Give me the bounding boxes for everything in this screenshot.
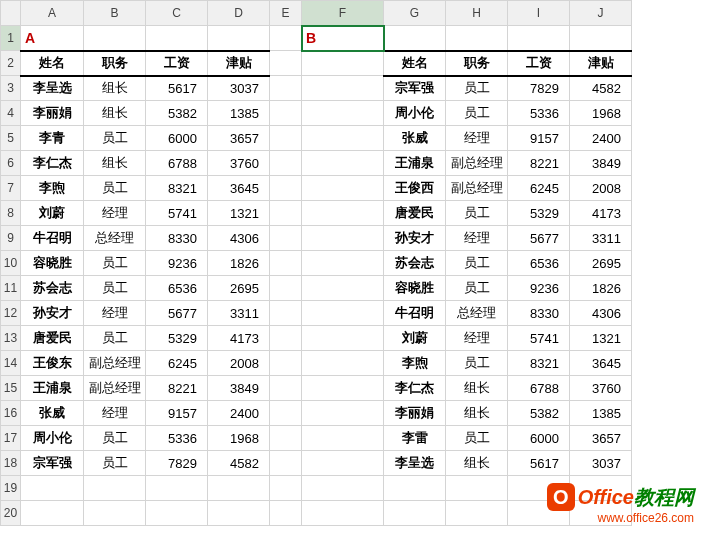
cell-G6[interactable]: 王浦泉 — [384, 151, 446, 176]
cell-H16[interactable]: 组长 — [446, 401, 508, 426]
col-header-H[interactable]: H — [446, 1, 508, 26]
cell-H20[interactable] — [446, 501, 508, 526]
cell-H1[interactable] — [446, 26, 508, 51]
col-header-J[interactable]: J — [570, 1, 632, 26]
cell-E12[interactable] — [270, 301, 302, 326]
cell-E3[interactable] — [270, 76, 302, 101]
row-header[interactable]: 14 — [1, 351, 21, 376]
cell-G15[interactable]: 李仁杰 — [384, 376, 446, 401]
cell-A5[interactable]: 李青 — [21, 126, 84, 151]
cell-H11[interactable]: 员工 — [446, 276, 508, 301]
cell-A17[interactable]: 周小伦 — [21, 426, 84, 451]
cell-B5[interactable]: 员工 — [84, 126, 146, 151]
cell-B14[interactable]: 副总经理 — [84, 351, 146, 376]
cell-J5[interactable]: 2400 — [570, 126, 632, 151]
cell-H18[interactable]: 组长 — [446, 451, 508, 476]
cell-A9[interactable]: 牛召明 — [21, 226, 84, 251]
spreadsheet-grid[interactable]: A B C D E F G H I J 1AB2姓名职务工资津贴姓名职务工资津贴… — [0, 0, 632, 526]
cell-F16[interactable] — [302, 401, 384, 426]
row-header[interactable]: 1 — [1, 26, 21, 51]
cell-B8[interactable]: 经理 — [84, 201, 146, 226]
cell-C1[interactable] — [146, 26, 208, 51]
cell-F10[interactable] — [302, 251, 384, 276]
row-header[interactable]: 10 — [1, 251, 21, 276]
cell-H17[interactable]: 员工 — [446, 426, 508, 451]
cell-E17[interactable] — [270, 426, 302, 451]
cell-C18[interactable]: 7829 — [146, 451, 208, 476]
cell-I11[interactable]: 9236 — [508, 276, 570, 301]
row-header[interactable]: 13 — [1, 326, 21, 351]
cell-G19[interactable] — [384, 476, 446, 501]
cell-G7[interactable]: 王俊西 — [384, 176, 446, 201]
cell-C8[interactable]: 5741 — [146, 201, 208, 226]
cell-J7[interactable]: 2008 — [570, 176, 632, 201]
cell-C4[interactable]: 5382 — [146, 101, 208, 126]
cell-F7[interactable] — [302, 176, 384, 201]
cell-A20[interactable] — [21, 501, 84, 526]
cell-J15[interactable]: 3760 — [570, 376, 632, 401]
cell-F5[interactable] — [302, 126, 384, 151]
cell-C11[interactable]: 6536 — [146, 276, 208, 301]
cell-E14[interactable] — [270, 351, 302, 376]
cell-A15[interactable]: 王浦泉 — [21, 376, 84, 401]
row-header[interactable]: 15 — [1, 376, 21, 401]
cell-G8[interactable]: 唐爱民 — [384, 201, 446, 226]
cell-G20[interactable] — [384, 501, 446, 526]
cell-D17[interactable]: 1968 — [208, 426, 270, 451]
cell-J11[interactable]: 1826 — [570, 276, 632, 301]
cell-C20[interactable] — [146, 501, 208, 526]
cell-B17[interactable]: 员工 — [84, 426, 146, 451]
col-header-E[interactable]: E — [270, 1, 302, 26]
cell-D1[interactable] — [208, 26, 270, 51]
cell-C19[interactable] — [146, 476, 208, 501]
cell-I7[interactable]: 6245 — [508, 176, 570, 201]
cell-E13[interactable] — [270, 326, 302, 351]
cell-I16[interactable]: 5382 — [508, 401, 570, 426]
cell-G11[interactable]: 容晓胜 — [384, 276, 446, 301]
cell-F1[interactable]: B — [302, 26, 384, 51]
cell-C7[interactable]: 8321 — [146, 176, 208, 201]
cell-J4[interactable]: 1968 — [570, 101, 632, 126]
cell-C2[interactable]: 工资 — [146, 51, 208, 76]
cell-A16[interactable]: 张威 — [21, 401, 84, 426]
cell-E15[interactable] — [270, 376, 302, 401]
cell-H19[interactable] — [446, 476, 508, 501]
cell-G2[interactable]: 姓名 — [384, 51, 446, 76]
select-all-corner[interactable] — [1, 1, 21, 26]
col-header-G[interactable]: G — [384, 1, 446, 26]
cell-A1[interactable]: A — [21, 26, 84, 51]
cell-H2[interactable]: 职务 — [446, 51, 508, 76]
cell-E9[interactable] — [270, 226, 302, 251]
cell-J16[interactable]: 1385 — [570, 401, 632, 426]
cell-C9[interactable]: 8330 — [146, 226, 208, 251]
cell-J18[interactable]: 3037 — [570, 451, 632, 476]
cell-C6[interactable]: 6788 — [146, 151, 208, 176]
cell-E20[interactable] — [270, 501, 302, 526]
cell-B19[interactable] — [84, 476, 146, 501]
cell-G18[interactable]: 李呈选 — [384, 451, 446, 476]
cell-F8[interactable] — [302, 201, 384, 226]
cell-A7[interactable]: 李煦 — [21, 176, 84, 201]
cell-B4[interactable]: 组长 — [84, 101, 146, 126]
col-header-A[interactable]: A — [21, 1, 84, 26]
cell-F19[interactable] — [302, 476, 384, 501]
cell-A11[interactable]: 苏会志 — [21, 276, 84, 301]
col-header-C[interactable]: C — [146, 1, 208, 26]
cell-A18[interactable]: 宗军强 — [21, 451, 84, 476]
cell-C13[interactable]: 5329 — [146, 326, 208, 351]
cell-C14[interactable]: 6245 — [146, 351, 208, 376]
cell-A10[interactable]: 容晓胜 — [21, 251, 84, 276]
row-header[interactable]: 9 — [1, 226, 21, 251]
cell-C16[interactable]: 9157 — [146, 401, 208, 426]
cell-G14[interactable]: 李煦 — [384, 351, 446, 376]
row-header[interactable]: 2 — [1, 51, 21, 76]
cell-I9[interactable]: 5677 — [508, 226, 570, 251]
cell-C17[interactable]: 5336 — [146, 426, 208, 451]
col-header-I[interactable]: I — [508, 1, 570, 26]
cell-F13[interactable] — [302, 326, 384, 351]
cell-A3[interactable]: 李呈选 — [21, 76, 84, 101]
row-header[interactable]: 16 — [1, 401, 21, 426]
cell-G16[interactable]: 李丽娟 — [384, 401, 446, 426]
cell-E10[interactable] — [270, 251, 302, 276]
cell-H5[interactable]: 经理 — [446, 126, 508, 151]
